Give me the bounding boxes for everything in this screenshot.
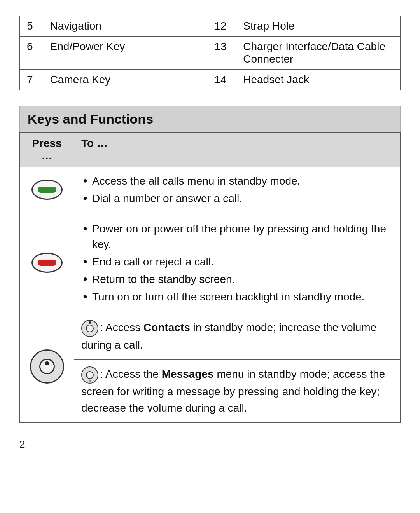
ref-label: End/Power Key <box>43 37 207 70</box>
nav-key-icon <box>30 349 64 384</box>
ref-num: 5 <box>20 16 43 37</box>
nav-small-icon <box>81 366 98 384</box>
nav-small-icon <box>81 320 98 337</box>
list-item: Access the all calls menu in standby mod… <box>81 173 393 188</box>
ref-num: 14 <box>207 70 236 90</box>
nav-key-cell <box>20 313 74 422</box>
table-row: 7 Camera Key 14 Headset Jack <box>20 70 401 90</box>
table-row: : Access Contacts in standby mode; incre… <box>20 313 401 360</box>
table-row: 6 End/Power Key 13 Charger Interface/Dat… <box>20 37 401 70</box>
end-key-icon <box>32 253 63 273</box>
col-header-press: Press … <box>20 133 74 167</box>
col-header-to: To … <box>74 133 401 167</box>
send-key-description: Access the all calls menu in standby mod… <box>74 167 401 215</box>
list-item: Dial a number or answer a call. <box>81 191 393 206</box>
ref-num: 12 <box>207 16 236 37</box>
ref-label: Charger Interface/Data Cable Connecter <box>236 37 401 70</box>
nav-key-dot <box>45 361 49 365</box>
ref-label: Strap Hole <box>236 16 401 37</box>
ref-label: Headset Jack <box>236 70 401 90</box>
list-item: Turn on or turn off the screen backlight… <box>81 289 393 304</box>
nav-key-description: : Access the Messages menu in standby mo… <box>74 359 401 422</box>
nav-key-text: : Access Contacts in standby mode; incre… <box>81 319 393 353</box>
ref-num: 7 <box>20 70 43 90</box>
end-key-cell <box>20 215 74 313</box>
list-item: Return to the standby screen. <box>81 272 393 287</box>
reference-table: 5 Navigation 12 Strap Hole 6 End/Power K… <box>19 16 401 90</box>
nav-key-text: : Access the Messages menu in standby mo… <box>81 366 393 416</box>
table-row: 5 Navigation 12 Strap Hole <box>20 16 401 37</box>
list-item: End a call or reject a call. <box>81 254 393 269</box>
list-item: Power on or power off the phone by press… <box>81 221 393 251</box>
keys-functions-table: Press … To … Access the all calls menu i… <box>19 132 401 423</box>
section-heading-text: Keys and Functions <box>28 112 153 126</box>
end-key-description: Power on or power off the phone by press… <box>74 215 401 313</box>
send-key-icon <box>32 180 63 200</box>
table-row: : Access the Messages menu in standby mo… <box>20 359 401 422</box>
ref-label: Camera Key <box>43 70 207 90</box>
nav-key-inner <box>39 359 55 374</box>
ref-label: Navigation <box>43 16 207 37</box>
send-key-cell <box>20 167 74 215</box>
page-number: 2 <box>19 438 401 450</box>
nav-key-description: : Access Contacts in standby mode; incre… <box>74 313 401 360</box>
ref-num: 13 <box>207 37 236 70</box>
ref-num: 6 <box>20 37 43 70</box>
table-row: Access the all calls menu in standby mod… <box>20 167 401 215</box>
section-heading: Keys and Functions <box>19 106 401 132</box>
table-row: Power on or power off the phone by press… <box>20 215 401 313</box>
